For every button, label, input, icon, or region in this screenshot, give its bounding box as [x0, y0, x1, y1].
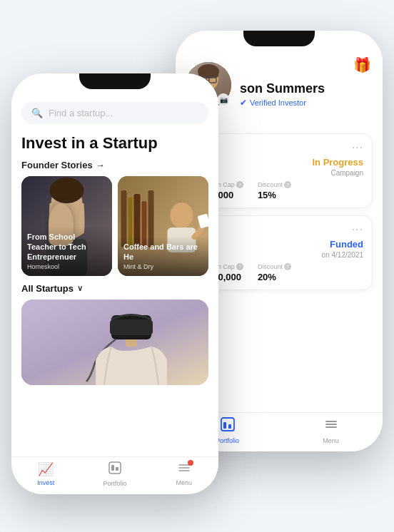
startup-card[interactable]: 9 Days Left ♡: [21, 300, 208, 385]
story-card-1-overlay: From School Teacher to Tech Entreprenuer…: [21, 226, 112, 277]
right-nav-menu[interactable]: Menu: [279, 417, 383, 444]
portfolio-right-nav-icon: [221, 417, 235, 435]
left-phone-inner: 🔍 Find a startup... Invest in a Startup …: [11, 95, 218, 494]
founder-stories-arrow: →: [96, 160, 105, 170]
nav-invest-label: Invest: [37, 479, 54, 486]
story-card-1-title: From School Teacher to Tech Entreprenuer: [27, 232, 106, 262]
discount-help-icon-2: ?: [284, 263, 291, 270]
svg-rect-34: [221, 418, 234, 431]
profile-info: son Summers ✔ Verified Investor: [240, 81, 325, 108]
more-options-icon[interactable]: ···: [352, 141, 363, 154]
inv-card-1-status: In Progress: [195, 157, 363, 168]
discount-metric: Discount ? 15%: [258, 181, 291, 200]
story-card-1-sub: Homeskool: [27, 263, 106, 270]
inv-card-1-sub: Campaign: [330, 169, 363, 177]
search-bar[interactable]: 🔍 Find a startup...: [21, 102, 208, 124]
nav-menu-label: Menu: [176, 479, 192, 486]
camera-icon[interactable]: 📷: [217, 93, 230, 106]
discount-metric-2: Discount ? 20%: [258, 263, 291, 282]
verified-icon: ✔: [240, 98, 247, 108]
all-startups-label[interactable]: All Startups ∨: [21, 283, 208, 294]
story-cards-row: From School Teacher to Tech Entreprenuer…: [21, 176, 208, 276]
svg-rect-19: [109, 462, 121, 474]
story-card-2-overlay: Coffee and Bars are He Mint & Dry: [118, 236, 208, 277]
story-card-2-title: Coffee and Bars are He: [123, 242, 203, 262]
discount-help-icon: ?: [284, 181, 291, 188]
left-content: 🔍 Find a startup... Invest in a Startup …: [11, 95, 218, 494]
inv-card-2-metrics: Valuation Cap ? $1,000,000 Discount ? 20…: [195, 263, 363, 282]
nav-menu[interactable]: Menu: [149, 461, 218, 487]
svg-rect-18: [110, 319, 153, 335]
search-icon: 🔍: [31, 108, 43, 118]
svg-rect-35: [223, 422, 226, 429]
discount-value: 15%: [258, 190, 291, 200]
svg-rect-20: [111, 465, 114, 471]
verified-badge: ✔ Verified Investor: [240, 98, 325, 108]
status-in-progress: In Progress: [312, 157, 363, 168]
valuation-help-icon: ?: [236, 181, 243, 188]
scene: 🔍 Find a startup... Invest in a Startup …: [11, 16, 383, 516]
story-card-2[interactable]: Coffee and Bars are He Mint & Dry: [118, 176, 208, 276]
story-card-1[interactable]: From School Teacher to Tech Entreprenuer…: [21, 176, 112, 276]
inv-card-2-status: Funded: [195, 239, 363, 250]
inv-card-1-header: ···: [195, 141, 363, 154]
inv-card-1-metrics: Valuation Cap ? $800,000 Discount ? 15%: [195, 181, 363, 200]
svg-rect-21: [116, 467, 118, 471]
more-options-icon-2[interactable]: ···: [352, 223, 363, 236]
status-funded: Funded: [330, 239, 363, 250]
left-notch: [79, 73, 151, 89]
inv-card-2-sub: on 4/12/2021: [322, 251, 363, 259]
left-phone: 🔍 Find a startup... Invest in a Startup …: [11, 73, 218, 494]
nav-portfolio-label: Portfolio: [103, 480, 126, 487]
nav-portfolio[interactable]: Portfolio: [81, 461, 150, 487]
svg-rect-36: [228, 424, 231, 429]
chevron-down-icon: ∨: [77, 284, 83, 293]
svg-point-3: [50, 178, 84, 203]
invest-title: Invest in a Startup: [21, 134, 208, 153]
right-nav-menu-label: Menu: [323, 437, 339, 444]
gift-icon[interactable]: 🎁: [353, 56, 371, 73]
svg-point-12: [171, 203, 193, 228]
right-nav-portfolio-label: Portfolio: [216, 437, 239, 444]
menu-right-nav-icon: [324, 417, 338, 435]
verified-text: Verified Investor: [250, 98, 306, 107]
nav-invest[interactable]: 📈 Invest: [11, 461, 81, 487]
founder-stories-label: Founder Stories →: [21, 160, 208, 170]
search-input-placeholder: Find a startup...: [49, 108, 113, 118]
portfolio-nav-icon: [108, 461, 121, 478]
discount-value-2: 20%: [258, 272, 291, 282]
invest-nav-icon: 📈: [38, 461, 54, 477]
profile-name: son Summers: [240, 81, 325, 96]
right-notch: [243, 31, 315, 46]
inv-card-2-header: ···: [195, 223, 363, 236]
left-bottom-nav: 📈 Invest Portfolio: [11, 456, 218, 494]
story-card-2-sub: Mint & Dry: [123, 263, 203, 270]
valuation-help-icon-2: ?: [236, 263, 243, 270]
menu-badge-icon: [178, 461, 191, 477]
